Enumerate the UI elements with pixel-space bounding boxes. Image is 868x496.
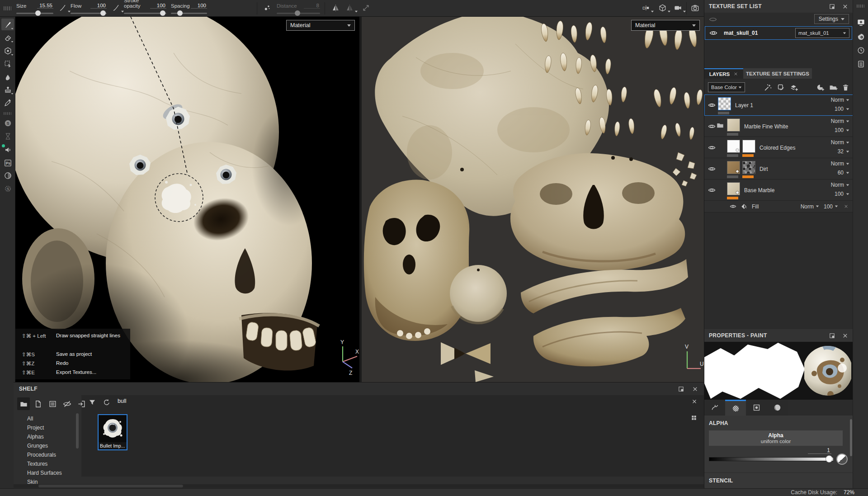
shelf-new-resource-button[interactable]	[32, 397, 44, 410]
shelf-category-textures[interactable]: Textures	[27, 461, 47, 467]
alpha-invert-icon[interactable]	[836, 453, 848, 465]
layer-row-layer-1[interactable]: Layer 1 Norm 100	[704, 94, 853, 116]
blend-mode-dropdown[interactable]: Norm	[831, 97, 849, 103]
polygon-fill-tool-button[interactable]	[1, 58, 14, 70]
eraser-tool-button[interactable]	[1, 32, 14, 43]
tab-stencil-properties[interactable]	[746, 400, 767, 416]
opacity-dropdown[interactable]: 32	[838, 148, 849, 155]
blend-mode-dropdown[interactable]: Norm	[831, 118, 849, 124]
tab-texture-set-settings[interactable]: TEXTURE SET SETTINGS	[743, 68, 812, 79]
stroke-opacity-slider[interactable]	[124, 13, 166, 14]
shelf-category-procedurals[interactable]: Procedurals	[27, 452, 56, 458]
stroke-opacity-knob[interactable]	[160, 10, 165, 16]
pending-tasks-icon[interactable]	[1, 130, 14, 142]
layer-thumbnail[interactable]	[727, 182, 740, 195]
history-button[interactable]	[856, 45, 866, 55]
layer-visibility-eye-icon[interactable]	[708, 186, 716, 194]
material-picker-tool-button[interactable]	[1, 97, 14, 109]
spacing-slider[interactable]	[171, 13, 207, 14]
layer-mask-thumbnail[interactable]	[742, 140, 755, 153]
shelf-hscroll-thumb[interactable]	[38, 485, 183, 487]
projection-tool-button[interactable]	[1, 45, 14, 57]
display-settings-button[interactable]	[856, 17, 866, 27]
flow-slider-knob[interactable]	[100, 10, 106, 16]
clear-search-icon[interactable]	[691, 398, 698, 405]
refresh-shelf-icon[interactable]	[103, 398, 111, 406]
layer-thumbnail[interactable]	[727, 118, 740, 132]
clone-tool-button[interactable]	[1, 84, 14, 95]
effect-blend-dropdown[interactable]: Norm	[801, 203, 819, 210]
symmetry-settings-icon[interactable]	[345, 4, 354, 12]
size-slider[interactable]	[16, 13, 53, 14]
tab-material-properties[interactable]	[767, 400, 788, 416]
viewport3d-material-mode-dropdown[interactable]: Material	[286, 20, 355, 31]
viewer-settings-button[interactable]	[856, 32, 866, 42]
category-scrollbar[interactable]	[76, 413, 79, 449]
shelf-folders-button[interactable]	[17, 397, 30, 410]
tab-alpha-properties[interactable]	[725, 400, 746, 416]
substance-share-button[interactable]	[1, 183, 14, 194]
eye-link-icon[interactable]	[709, 15, 717, 24]
size-pressure-toggle[interactable]	[58, 4, 67, 12]
close-tab-icon[interactable]	[733, 71, 738, 76]
layer-row-dirt[interactable]: Dirt Norm 60	[704, 158, 853, 180]
remove-effect-icon[interactable]	[844, 204, 849, 209]
close-icon[interactable]	[692, 386, 698, 392]
layer-thumbnail[interactable]	[727, 161, 740, 174]
toolbar-drag-handle[interactable]	[4, 6, 11, 10]
viewport2d-material-mode-dropdown[interactable]: Material	[631, 20, 700, 31]
snapshot-camera-icon[interactable]	[691, 4, 699, 12]
symmetry-icon[interactable]	[331, 4, 340, 12]
viewport-split-mode-icon[interactable]	[642, 4, 650, 12]
folder-icon[interactable]	[716, 121, 724, 129]
alpha-value[interactable]: 1	[808, 447, 831, 454]
smudge-tool-button[interactable]	[1, 71, 14, 83]
layer-thumbnail[interactable]	[727, 140, 740, 153]
flow-value[interactable]: 100	[90, 3, 107, 9]
shelf-category-grunges[interactable]: Grunges	[27, 443, 48, 449]
texture-set-visibility-eye-icon[interactable]	[709, 29, 717, 37]
close-icon[interactable]	[842, 332, 849, 339]
layer-row-colored-edges[interactable]: Colored Edges Norm 32	[704, 137, 853, 158]
camera-icon[interactable]	[674, 4, 682, 12]
layer-mask-thumbnail[interactable]	[742, 161, 755, 174]
add-effect-icon[interactable]	[764, 83, 772, 92]
layer-visibility-eye-icon[interactable]	[708, 144, 716, 151]
opacity-dropdown[interactable]: 100	[835, 127, 849, 133]
log-button[interactable]	[856, 59, 866, 69]
shelf-category-all[interactable]: All	[27, 416, 33, 422]
shelf-category-hard-surfaces[interactable]: Hard Surfaces	[27, 470, 62, 476]
layer-thumbnail[interactable]	[718, 97, 731, 110]
tab-brush-properties[interactable]	[704, 400, 725, 416]
alpha-slider-knob[interactable]	[826, 455, 833, 463]
alpha-gradient-slider[interactable]	[709, 457, 834, 461]
channel-selector-dropdown[interactable]: Base Color	[708, 82, 745, 92]
close-icon[interactable]	[842, 3, 849, 10]
shelf-asset-bullet-impact[interactable]: Bullet Imp...	[98, 414, 127, 450]
layer-visibility-eye-icon[interactable]	[708, 123, 716, 130]
opacity-dropdown[interactable]: 60	[838, 170, 849, 176]
substance-source-button[interactable]	[1, 117, 14, 129]
effect-visibility-eye-icon[interactable]	[730, 203, 736, 210]
lazy-mouse-icon[interactable]	[362, 4, 370, 12]
tab-layers[interactable]: LAYERS	[704, 68, 743, 79]
shelf-search-input[interactable]	[118, 398, 208, 404]
blend-mode-dropdown[interactable]: Norm	[831, 139, 849, 146]
shelf-category-project[interactable]: Project	[27, 425, 44, 431]
photoshop-export-button[interactable]	[1, 157, 14, 169]
delete-layer-icon[interactable]	[841, 83, 850, 92]
flow-pressure-toggle[interactable]	[112, 4, 120, 12]
spacing-slider-knob[interactable]	[177, 10, 183, 16]
announcements-button[interactable]	[1, 144, 14, 156]
layer-visibility-eye-icon[interactable]	[708, 101, 716, 109]
mesh-display-icon[interactable]	[658, 4, 667, 12]
shelf-import-button[interactable]	[75, 397, 88, 410]
viewport-3d[interactable]: Material ⇧⌘ + LeftDraw snapped straight …	[15, 17, 359, 382]
add-smart-material-icon[interactable]	[777, 83, 785, 92]
shelf-category-alphas[interactable]: Alphas	[27, 434, 44, 440]
grid-view-icon[interactable]	[690, 414, 698, 421]
size-slider-knob[interactable]	[35, 10, 41, 16]
shelf-details-view-button[interactable]	[46, 397, 59, 410]
detach-panel-icon[interactable]	[678, 386, 684, 392]
opacity-dropdown[interactable]: 100	[835, 106, 849, 112]
